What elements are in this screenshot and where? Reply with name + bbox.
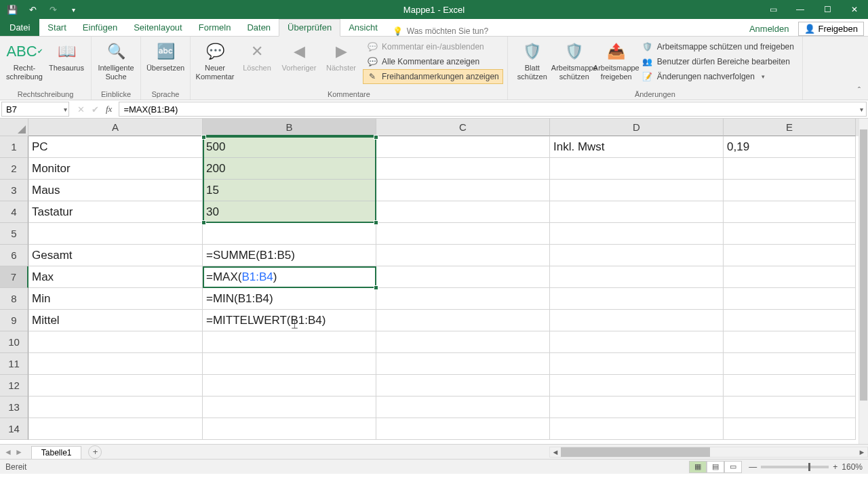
cell[interactable] <box>376 353 550 375</box>
sheet-tab[interactable]: Tabelle1 <box>31 446 82 459</box>
cell[interactable] <box>550 331 724 353</box>
cell[interactable] <box>550 396 724 418</box>
row-header[interactable]: 11 <box>0 353 28 375</box>
cell[interactable] <box>376 158 550 180</box>
range-handle[interactable] <box>201 220 206 225</box>
cell[interactable] <box>550 266 724 288</box>
zoom-out-button[interactable]: — <box>749 462 757 472</box>
cell[interactable]: PC <box>28 136 203 158</box>
cell[interactable] <box>28 353 203 375</box>
zoom-slider[interactable] <box>761 466 829 468</box>
cell[interactable] <box>28 375 203 396</box>
cell[interactable] <box>550 353 724 375</box>
row-header[interactable]: 10 <box>0 331 28 353</box>
add-sheet-button[interactable]: + <box>88 445 102 459</box>
protect-and-share-button[interactable]: 🛡️Arbeitsmappe schützen und freigeben <box>638 39 798 54</box>
sheet-nav-prev-icon[interactable]: ◄ <box>4 447 12 457</box>
spreadsheet-grid[interactable]: ABCDE 1234567891011121314 PC500Inkl. Mws… <box>0 119 868 444</box>
translate-button[interactable]: 🔤Übersetzen <box>145 39 186 74</box>
cell[interactable] <box>550 158 724 180</box>
column-header[interactable]: D <box>550 119 724 136</box>
cell[interactable] <box>376 331 550 353</box>
cell[interactable] <box>724 223 856 245</box>
share-workbook-button[interactable]: 📤Arbeitsmappe freigeben <box>596 39 637 82</box>
protect-sheet-button[interactable]: 🛡️Blatt schützen <box>512 39 553 82</box>
cell[interactable] <box>376 288 550 310</box>
maximize-icon[interactable]: ☐ <box>814 0 841 19</box>
cell[interactable] <box>203 223 376 245</box>
cell[interactable] <box>724 158 856 180</box>
thesaurus-button[interactable]: 📖Thesaurus <box>46 39 87 74</box>
cell[interactable]: Gesamt <box>28 245 203 266</box>
tab-pagelayout[interactable]: Seitenlayout <box>125 20 191 36</box>
qat-customize-icon[interactable]: ▾ <box>66 3 80 16</box>
cell[interactable] <box>550 288 724 310</box>
cell[interactable] <box>724 310 856 331</box>
range-handle[interactable] <box>374 135 378 140</box>
range-handle[interactable] <box>201 135 206 140</box>
cell[interactable] <box>550 201 724 223</box>
row-header[interactable]: 6 <box>0 245 28 266</box>
cell[interactable] <box>203 418 376 440</box>
cell[interactable] <box>28 396 203 418</box>
cell[interactable] <box>724 396 856 418</box>
vertical-scrollbar[interactable] <box>859 119 868 444</box>
column-header[interactable]: E <box>724 119 856 136</box>
cell[interactable] <box>376 310 550 331</box>
cell[interactable]: Monitor <box>28 158 203 180</box>
row-header[interactable]: 12 <box>0 375 28 396</box>
chevron-down-icon[interactable]: ▾ <box>64 106 67 113</box>
column-header[interactable]: A <box>28 119 203 136</box>
cell[interactable] <box>28 223 203 245</box>
cell[interactable] <box>724 245 856 266</box>
row-header[interactable]: 3 <box>0 180 28 201</box>
cell[interactable] <box>376 223 550 245</box>
cell[interactable]: 500 <box>203 136 376 158</box>
zoom-in-button[interactable]: + <box>833 462 837 472</box>
cell[interactable] <box>376 375 550 396</box>
row-header[interactable]: 13 <box>0 396 28 418</box>
share-button[interactable]: 👤 Freigeben <box>798 22 864 36</box>
cell[interactable] <box>376 266 550 288</box>
show-ink-button[interactable]: ✎Freihandanmerkungen anzeigen <box>363 69 503 84</box>
expand-formula-icon[interactable]: ▾ <box>860 106 863 113</box>
cell[interactable] <box>28 331 203 353</box>
sheet-nav-next-icon[interactable]: ► <box>15 447 23 457</box>
cell[interactable] <box>724 375 856 396</box>
tab-file[interactable]: Datei <box>0 19 39 36</box>
spelling-button[interactable]: ABC✔Recht- schreibung <box>4 39 45 82</box>
cell[interactable] <box>376 245 550 266</box>
row-header[interactable]: 7 <box>0 266 28 288</box>
row-header[interactable]: 14 <box>0 418 28 440</box>
column-header[interactable]: B <box>203 119 376 136</box>
row-header[interactable]: 1 <box>0 136 28 158</box>
show-all-comments-button[interactable]: 💬Alle Kommentare anzeigen <box>363 54 503 69</box>
collapse-ribbon-icon[interactable]: ˆ <box>853 85 865 97</box>
view-pagelayout-button[interactable]: ▤ <box>707 461 724 473</box>
ribbon-display-icon[interactable]: ▭ <box>760 0 787 19</box>
cell[interactable] <box>724 353 856 375</box>
tab-data[interactable]: Daten <box>239 20 279 36</box>
cell[interactable] <box>724 331 856 353</box>
cell[interactable] <box>724 288 856 310</box>
row-header[interactable]: 4 <box>0 201 28 223</box>
view-pagebreak-button[interactable]: ▭ <box>724 461 742 473</box>
cell[interactable] <box>376 396 550 418</box>
cell[interactable] <box>724 418 856 440</box>
cell[interactable]: =MAX(B1:B4) <box>203 266 376 288</box>
row-header[interactable]: 5 <box>0 223 28 245</box>
column-header[interactable]: C <box>376 119 550 136</box>
cell[interactable] <box>376 180 550 201</box>
cell[interactable] <box>550 223 724 245</box>
cell[interactable] <box>203 375 376 396</box>
tab-review[interactable]: Überprüfen <box>279 19 340 37</box>
tab-formulas[interactable]: Formeln <box>191 20 239 36</box>
cell[interactable] <box>203 331 376 353</box>
redo-icon[interactable]: ↷ <box>46 3 60 16</box>
smart-lookup-button[interactable]: 🔍Intelligente Suche <box>96 39 136 82</box>
cell[interactable]: Mittel <box>28 310 203 331</box>
cell[interactable]: Tastatur <box>28 201 203 223</box>
row-header[interactable]: 8 <box>0 288 28 310</box>
cell[interactable] <box>724 201 856 223</box>
cell[interactable]: =SUMME(B1:B5) <box>203 245 376 266</box>
